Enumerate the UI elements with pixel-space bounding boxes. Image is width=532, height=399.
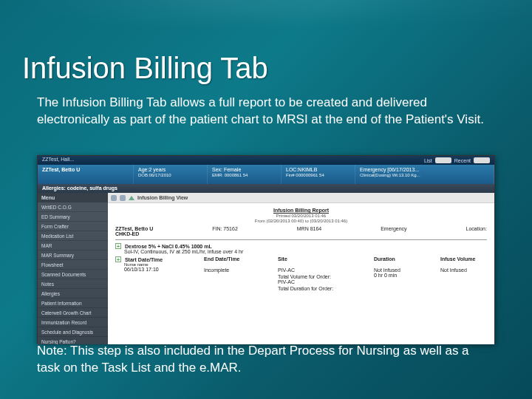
sidebar-item[interactable]: MAR: [38, 241, 108, 250]
visit-type: Emergency [06/17/2013...: [360, 167, 489, 173]
dosing-weight: Clinical(Dosing) Wt:13.10 Kg...: [360, 173, 489, 178]
sidebar-item[interactable]: Notes: [38, 279, 108, 289]
site-value-1: PIV-AC: [278, 267, 352, 273]
slide-note: Note: This step is also included in the …: [37, 343, 495, 377]
patient-emr: EMR: 0000861 54: [212, 173, 276, 178]
patient-dob: DOB:06/17/2010: [138, 173, 202, 178]
report-patient: ZZTest, Betto U: [115, 226, 153, 231]
sidebar: Menu WritED C.O.GED SummaryForm CrafterM…: [38, 193, 108, 344]
slide-description: The Infusion Billing Tab allows a full r…: [37, 95, 495, 129]
sidebar-item[interactable]: Caterwell Growth Chart: [38, 308, 108, 318]
recent-dropdown[interactable]: [435, 157, 451, 163]
search-field[interactable]: [474, 157, 490, 163]
home-icon[interactable]: [129, 196, 134, 200]
duration-value-1: Not Infused: [374, 267, 418, 273]
patient-banner: ZZTest, Betto U Age:2 years DOB:06/17/20…: [38, 165, 494, 184]
sidebar-item[interactable]: Form Crafter: [38, 222, 108, 231]
report-enc-type: Emergency: [381, 226, 406, 231]
forward-icon[interactable]: [120, 195, 126, 201]
sidebar-item[interactable]: Immunization Record: [38, 318, 108, 327]
report-range: From (02/20/2013 00:40) to (03/20/2013 0…: [115, 219, 487, 223]
total-vol-label: Total Volume for Order:: [278, 274, 366, 279]
start-header: Start Date/Time: [125, 257, 163, 262]
slide: Infusion Billing Tab The Infusion Billin…: [0, 0, 532, 399]
volume-header: Infuse Volume: [440, 256, 485, 262]
patient-name: ZZTest, Betto U: [42, 167, 129, 173]
back-icon[interactable]: [111, 195, 117, 201]
end-value: Incomplete: [204, 267, 256, 273]
report-title: Infusion Billing Report: [115, 208, 487, 213]
screenshot: ZZTest, Hall... List Recent ZZTest, Bett…: [37, 155, 495, 344]
sidebar-item[interactable]: MAR Summary: [38, 250, 108, 260]
slide-title: Infusion Billing Tab: [22, 52, 268, 85]
sidebar-item[interactable]: Schedule and Diagnosis: [38, 327, 108, 337]
sidebar-item[interactable]: WritED C.O.G: [38, 202, 108, 212]
report: Infusion Billing Report Printed 03/20/20…: [108, 203, 494, 344]
sidebar-item[interactable]: ED Summary: [38, 212, 108, 222]
sidebar-item[interactable]: Patient Information: [38, 299, 108, 308]
medication-name: Dextrose 5% + NaCl 0.45% 1000 mL: [125, 244, 212, 249]
patient-fin: Fin# 000000961 54: [286, 173, 350, 178]
window-titlebar: ZZTest, Hall... List Recent: [38, 156, 494, 165]
list-label[interactable]: List: [424, 158, 432, 163]
report-printed: Printed 03/20/2013 01:46: [115, 214, 487, 218]
total-dur-label: Total Duration for Order:: [278, 286, 366, 291]
sidebar-item[interactable]: Medication List: [38, 231, 108, 241]
location-label: Location:: [466, 226, 487, 231]
site-header: Site: [278, 256, 352, 262]
location-value: CHKD-ED: [115, 231, 487, 236]
report-mrn: MRN 8164: [297, 226, 321, 231]
patient-sex: Sex: Female: [212, 167, 276, 173]
report-fin: FIN: 75162: [212, 226, 238, 231]
expand-icon[interactable]: +: [115, 243, 121, 249]
sidebar-item[interactable]: Scanned Documents: [38, 270, 108, 279]
window-title: ZZTest, Hall...: [42, 157, 74, 164]
patient-loc: LOC:NKIMLB: [286, 167, 350, 173]
volume-value: Not Infused: [440, 267, 485, 273]
expand-start-icon[interactable]: +: [115, 256, 121, 262]
breadcrumb: Infusion Billing View: [108, 193, 494, 203]
site-value-2: PIV-AC: [278, 279, 295, 284]
recent-label: Recent: [454, 158, 471, 163]
sidebar-header: Menu: [38, 193, 108, 202]
end-header: End Date/Time: [204, 256, 256, 262]
patient-age: Age:2 years: [138, 167, 202, 173]
medication-detail: Sol-IV, Continuous, IV at 250 mL/hr, inf…: [115, 249, 487, 254]
duration-header: Duration: [374, 256, 418, 262]
allergies-bar: Allergies: codeine, sulfa drugs: [38, 184, 494, 193]
main-panel: Infusion Billing View Infusion Billing R…: [108, 193, 494, 344]
sidebar-item[interactable]: Flowsheet: [38, 260, 108, 270]
start-value: 06/10/13 17:10: [115, 267, 182, 272]
duration-value-2: 0 hr 0 min: [374, 273, 418, 278]
breadcrumb-label: Infusion Billing View: [137, 195, 188, 200]
sidebar-item[interactable]: Allergies: [38, 289, 108, 299]
